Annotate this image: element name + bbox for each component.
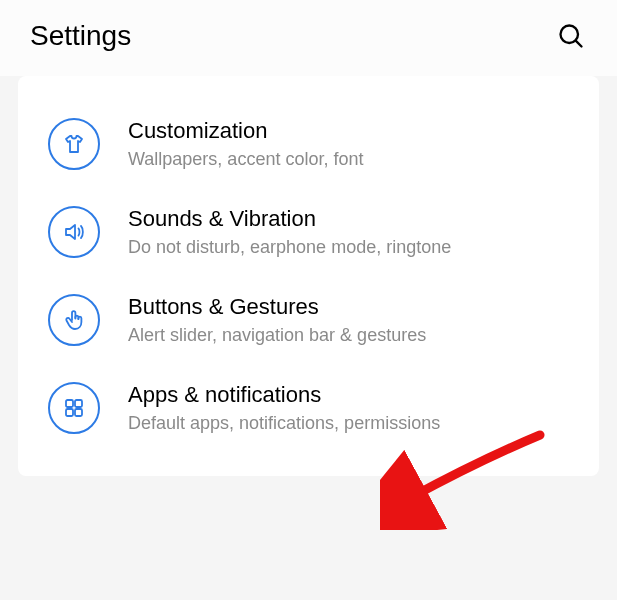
settings-item-buttons[interactable]: Buttons & Gestures Alert slider, navigat… <box>18 276 599 364</box>
icon-circle <box>48 382 100 434</box>
item-text: Customization Wallpapers, accent color, … <box>128 118 363 170</box>
icon-circle <box>48 118 100 170</box>
item-text: Sounds & Vibration Do not disturb, earph… <box>128 206 451 258</box>
settings-item-apps[interactable]: Apps & notifications Default apps, notif… <box>18 364 599 452</box>
speaker-icon <box>62 220 86 244</box>
search-icon <box>557 22 585 50</box>
item-text: Buttons & Gestures Alert slider, navigat… <box>128 294 426 346</box>
touch-icon <box>62 308 86 332</box>
svg-rect-3 <box>75 400 82 407</box>
item-title: Customization <box>128 118 363 144</box>
settings-item-customization[interactable]: Customization Wallpapers, accent color, … <box>18 100 599 188</box>
header: Settings <box>0 0 617 76</box>
icon-circle <box>48 294 100 346</box>
item-title: Sounds & Vibration <box>128 206 451 232</box>
item-subtitle: Alert slider, navigation bar & gestures <box>128 325 426 346</box>
svg-line-1 <box>576 41 582 47</box>
page-title: Settings <box>30 20 131 52</box>
item-subtitle: Do not disturb, earphone mode, ringtone <box>128 237 451 258</box>
item-title: Apps & notifications <box>128 382 440 408</box>
apps-grid-icon <box>62 396 86 420</box>
item-title: Buttons & Gestures <box>128 294 426 320</box>
tshirt-icon <box>62 132 86 156</box>
svg-rect-5 <box>75 409 82 416</box>
settings-item-sounds[interactable]: Sounds & Vibration Do not disturb, earph… <box>18 188 599 276</box>
item-subtitle: Wallpapers, accent color, font <box>128 149 363 170</box>
icon-circle <box>48 206 100 258</box>
item-subtitle: Default apps, notifications, permissions <box>128 413 440 434</box>
svg-rect-2 <box>66 400 73 407</box>
search-button[interactable] <box>555 20 587 52</box>
settings-list: Customization Wallpapers, accent color, … <box>18 76 599 476</box>
item-text: Apps & notifications Default apps, notif… <box>128 382 440 434</box>
svg-rect-4 <box>66 409 73 416</box>
